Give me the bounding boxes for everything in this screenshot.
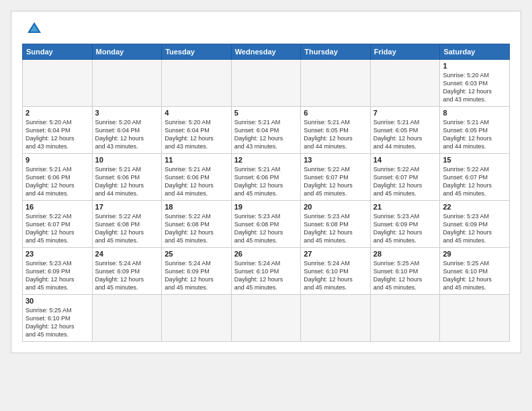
day-number: 21 [373,203,437,211]
day-number: 6 [304,109,367,117]
day-number: 10 [95,156,159,164]
day-cell: 22Sunrise: 5:23 AMSunset: 6:09 PMDayligh… [440,201,510,248]
day-number: 30 [26,297,89,305]
day-cell [440,295,510,342]
day-cell: 25Sunrise: 5:24 AMSunset: 6:09 PMDayligh… [162,248,232,295]
day-number: 8 [443,109,506,117]
day-info: Sunrise: 5:20 AMSunset: 6:04 PMDaylight:… [95,118,159,151]
day-number: 17 [95,203,159,211]
day-cell [162,295,232,342]
day-cell: 26Sunrise: 5:24 AMSunset: 6:10 PMDayligh… [231,248,301,295]
day-info: Sunrise: 5:23 AMSunset: 6:08 PMDaylight:… [234,212,298,245]
day-info: Sunrise: 5:21 AMSunset: 6:06 PMDaylight:… [26,165,89,198]
day-number: 4 [165,109,228,117]
week-row-1: 1Sunrise: 5:20 AMSunset: 6:03 PMDaylight… [23,60,510,107]
day-cell: 2Sunrise: 5:20 AMSunset: 6:04 PMDaylight… [23,107,93,154]
day-cell [162,60,232,107]
day-cell: 24Sunrise: 5:24 AMSunset: 6:09 PMDayligh… [92,248,162,295]
day-number: 15 [443,156,506,164]
day-info: Sunrise: 5:20 AMSunset: 6:04 PMDaylight:… [165,118,228,151]
day-cell: 29Sunrise: 5:25 AMSunset: 6:10 PMDayligh… [440,248,510,295]
day-info: Sunrise: 5:23 AMSunset: 6:09 PMDaylight:… [373,212,437,245]
calendar-page: SundayMondayTuesdayWednesdayThursdayFrid… [11,11,521,353]
day-info: Sunrise: 5:23 AMSunset: 6:09 PMDaylight:… [26,259,89,292]
day-number: 11 [165,156,228,164]
day-cell [370,60,440,107]
week-row-4: 16Sunrise: 5:22 AMSunset: 6:07 PMDayligh… [23,201,510,248]
week-row-5: 23Sunrise: 5:23 AMSunset: 6:09 PMDayligh… [23,248,510,295]
day-number: 24 [95,250,159,258]
day-cell: 5Sunrise: 5:21 AMSunset: 6:04 PMDaylight… [231,107,301,154]
day-cell: 8Sunrise: 5:21 AMSunset: 6:05 PMDaylight… [440,107,510,154]
day-cell: 21Sunrise: 5:23 AMSunset: 6:09 PMDayligh… [370,201,440,248]
day-info: Sunrise: 5:21 AMSunset: 6:04 PMDaylight:… [234,118,298,151]
day-info: Sunrise: 5:21 AMSunset: 6:06 PMDaylight:… [234,165,298,198]
weekday-header-tuesday: Tuesday [162,44,232,60]
day-cell: 17Sunrise: 5:22 AMSunset: 6:08 PMDayligh… [92,201,162,248]
day-cell [23,60,93,107]
weekday-header-wednesday: Wednesday [231,44,301,60]
day-cell: 3Sunrise: 5:20 AMSunset: 6:04 PMDaylight… [92,107,162,154]
day-number: 25 [165,250,228,258]
day-cell: 28Sunrise: 5:25 AMSunset: 6:10 PMDayligh… [370,248,440,295]
day-info: Sunrise: 5:21 AMSunset: 6:05 PMDaylight:… [443,118,506,151]
day-number: 2 [26,109,89,117]
day-info: Sunrise: 5:22 AMSunset: 6:07 PMDaylight:… [373,165,437,198]
day-info: Sunrise: 5:23 AMSunset: 6:09 PMDaylight:… [443,212,506,245]
day-cell: 15Sunrise: 5:22 AMSunset: 6:07 PMDayligh… [440,154,510,201]
day-cell: 6Sunrise: 5:21 AMSunset: 6:05 PMDaylight… [301,107,371,154]
day-cell: 7Sunrise: 5:21 AMSunset: 6:05 PMDaylight… [370,107,440,154]
day-cell: 10Sunrise: 5:21 AMSunset: 6:06 PMDayligh… [92,154,162,201]
day-cell: 19Sunrise: 5:23 AMSunset: 6:08 PMDayligh… [231,201,301,248]
day-number: 12 [234,156,298,164]
day-cell [231,295,301,342]
day-info: Sunrise: 5:24 AMSunset: 6:09 PMDaylight:… [95,259,159,292]
day-number: 7 [373,109,437,117]
day-cell: 4Sunrise: 5:20 AMSunset: 6:04 PMDaylight… [162,107,232,154]
logo-icon [25,19,44,38]
day-info: Sunrise: 5:21 AMSunset: 6:06 PMDaylight:… [95,165,159,198]
week-row-2: 2Sunrise: 5:20 AMSunset: 6:04 PMDaylight… [23,107,510,154]
day-info: Sunrise: 5:20 AMSunset: 6:04 PMDaylight:… [26,118,89,151]
day-number: 1 [443,62,506,70]
day-cell [92,295,162,342]
day-info: Sunrise: 5:22 AMSunset: 6:07 PMDaylight:… [26,212,89,245]
day-number: 14 [373,156,437,164]
day-number: 22 [443,203,506,211]
day-info: Sunrise: 5:24 AMSunset: 6:10 PMDaylight:… [234,259,298,292]
day-info: Sunrise: 5:25 AMSunset: 6:10 PMDaylight:… [373,259,437,292]
day-number: 18 [165,203,228,211]
weekday-header-thursday: Thursday [301,44,371,60]
day-number: 13 [304,156,367,164]
day-number: 20 [304,203,367,211]
day-info: Sunrise: 5:25 AMSunset: 6:10 PMDaylight:… [26,306,89,339]
day-info: Sunrise: 5:21 AMSunset: 6:05 PMDaylight:… [373,118,437,151]
day-number: 28 [373,250,437,258]
weekday-header-friday: Friday [370,44,440,60]
weekday-header-monday: Monday [92,44,162,60]
day-info: Sunrise: 5:24 AMSunset: 6:09 PMDaylight:… [165,259,228,292]
day-info: Sunrise: 5:22 AMSunset: 6:07 PMDaylight:… [443,165,506,198]
day-info: Sunrise: 5:22 AMSunset: 6:08 PMDaylight:… [95,212,159,245]
day-number: 16 [26,203,89,211]
day-cell: 14Sunrise: 5:22 AMSunset: 6:07 PMDayligh… [370,154,440,201]
day-number: 23 [26,250,89,258]
day-info: Sunrise: 5:22 AMSunset: 6:08 PMDaylight:… [165,212,228,245]
day-info: Sunrise: 5:22 AMSunset: 6:07 PMDaylight:… [304,165,367,198]
day-cell [92,60,162,107]
day-info: Sunrise: 5:20 AMSunset: 6:03 PMDaylight:… [443,71,506,104]
day-cell: 30Sunrise: 5:25 AMSunset: 6:10 PMDayligh… [23,295,93,342]
day-info: Sunrise: 5:21 AMSunset: 6:05 PMDaylight:… [304,118,367,151]
day-cell: 11Sunrise: 5:21 AMSunset: 6:06 PMDayligh… [162,154,232,201]
day-cell: 16Sunrise: 5:22 AMSunset: 6:07 PMDayligh… [23,201,93,248]
day-cell [301,295,371,342]
day-info: Sunrise: 5:25 AMSunset: 6:10 PMDaylight:… [443,259,506,292]
day-number: 29 [443,250,506,258]
day-cell: 20Sunrise: 5:23 AMSunset: 6:08 PMDayligh… [301,201,371,248]
day-info: Sunrise: 5:23 AMSunset: 6:08 PMDaylight:… [304,212,367,245]
weekday-header-row: SundayMondayTuesdayWednesdayThursdayFrid… [23,44,510,60]
day-number: 19 [234,203,298,211]
day-cell: 12Sunrise: 5:21 AMSunset: 6:06 PMDayligh… [231,154,301,201]
day-cell [301,60,371,107]
day-info: Sunrise: 5:21 AMSunset: 6:06 PMDaylight:… [165,165,228,198]
